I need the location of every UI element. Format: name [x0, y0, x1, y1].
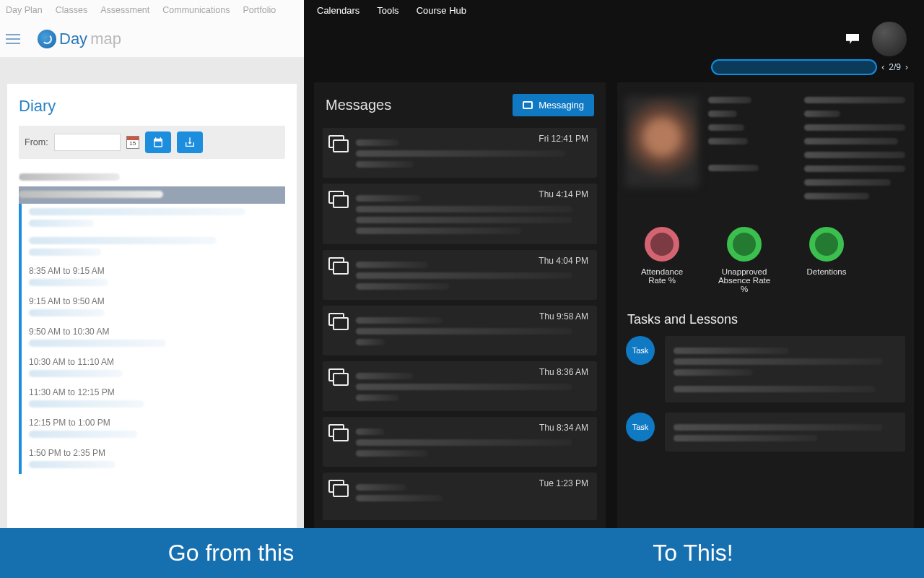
nav-assessment[interactable]: Assessment: [100, 5, 149, 15]
metric-absence: Unapproved Absence Rate %: [714, 227, 775, 293]
message-time: Thu 9:58 AM: [539, 311, 588, 322]
diary-toolbar: From: 15: [19, 126, 285, 159]
diary-slot[interactable]: 1:50 PM to 2:35 PM: [19, 444, 285, 474]
profile-info-col: [804, 97, 905, 199]
search-input[interactable]: [711, 59, 877, 75]
messaging-icon: [523, 101, 533, 109]
diary-slot[interactable]: 8:35 AM to 9:15 AM: [19, 262, 285, 292]
diary-item[interactable]: [19, 204, 285, 233]
chevron-left-icon[interactable]: ‹: [880, 62, 886, 72]
absence-ring-icon: [727, 227, 762, 262]
nav-communications[interactable]: Communications: [162, 5, 230, 15]
message-time: Tue 1:23 PM: [539, 478, 588, 488]
comparison-banner: Go from this To This!: [0, 528, 924, 578]
message-item[interactable]: Thu 4:04 PM: [323, 250, 597, 300]
profile-photo: [626, 97, 698, 186]
diary-slot[interactable]: 9:50 AM to 10:30 AM: [19, 322, 285, 353]
tasks-title: Tasks and Lessons: [627, 312, 905, 327]
message-time: Thu 8:34 AM: [539, 423, 588, 433]
logo-text: Day: [59, 30, 87, 48]
message-icon: [328, 368, 347, 384]
dark-theme-pane: Calendars Tools Course Hub ‹ 2/9 › Messa…: [304, 0, 924, 528]
chevron-right-icon[interactable]: ›: [904, 62, 910, 72]
nav-calendars[interactable]: Calendars: [317, 5, 359, 16]
left-top-nav: Day Plan Classes Assessment Communicatio…: [0, 0, 304, 20]
message-item[interactable]: Thu 8:34 AM: [323, 417, 597, 467]
attendance-ring-icon: [645, 227, 679, 262]
message-item[interactable]: Thu 4:14 PM: [323, 184, 597, 244]
messages-title: Messages: [326, 97, 391, 113]
logo-suffix: map: [90, 30, 121, 48]
from-label: From:: [25, 137, 48, 147]
message-item[interactable]: Fri 12:41 PM: [323, 128, 597, 178]
pager: ‹ 2/9 ›: [711, 59, 910, 75]
banner-left-text: Go from this: [0, 528, 462, 578]
message-time: Thu 4:14 PM: [539, 189, 588, 199]
diary-slot[interactable]: 9:15 AM to 9:50 AM: [19, 292, 285, 322]
nav-dayplan[interactable]: Day Plan: [6, 5, 43, 15]
message-item[interactable]: Thu 9:58 AM: [323, 306, 597, 355]
logo-icon: [38, 30, 56, 48]
nav-tools[interactable]: Tools: [377, 5, 398, 16]
profile-info-col: [708, 97, 794, 199]
message-icon: [328, 313, 347, 329]
message-time: Thu 4:04 PM: [539, 256, 588, 266]
detentions-ring-icon: [809, 227, 844, 262]
message-icon: [328, 424, 347, 440]
metric-detentions: Detentions: [796, 227, 857, 293]
message-item[interactable]: Thu 8:36 AM: [323, 361, 597, 411]
task-item[interactable]: Task: [626, 413, 905, 452]
message-icon: [328, 191, 347, 207]
banner-right-text: To This!: [462, 528, 924, 578]
diary-item-selected[interactable]: [19, 186, 285, 204]
message-icon: [328, 135, 347, 151]
diary-slot[interactable]: 10:30 AM to 11:10 AM: [19, 353, 285, 383]
diary-list: 8:35 AM to 9:15 AM 9:15 AM to 9:50 AM 9:…: [19, 169, 285, 528]
message-icon: [328, 480, 347, 496]
task-badge: Task: [626, 336, 655, 365]
diary-slot[interactable]: 12:15 PM to 1:00 PM: [19, 413, 285, 444]
profile-panel: Attendance Rate % Unapproved Absence Rat…: [617, 82, 914, 528]
nav-coursehub[interactable]: Course Hub: [417, 5, 466, 16]
metric-attendance: Attendance Rate %: [632, 227, 692, 293]
task-item[interactable]: Task: [626, 336, 905, 402]
diary-panel: Diary From: 15: [7, 84, 297, 528]
message-time: Thu 8:36 AM: [539, 367, 588, 377]
left-brand-bar: Daymap: [0, 20, 304, 58]
pager-count: 2/9: [889, 62, 901, 72]
message-list: Fri 12:41 PM Thu 4:14 PM: [323, 128, 597, 528]
daymap-logo: Daymap: [38, 30, 121, 48]
right-brand-bar: [304, 20, 924, 58]
light-theme-pane: Day Plan Classes Assessment Communicatio…: [0, 0, 304, 528]
nav-classes[interactable]: Classes: [56, 5, 87, 15]
diary-item[interactable]: [19, 233, 285, 262]
profile-header: [626, 91, 905, 199]
right-top-nav: Calendars Tools Course Hub: [304, 0, 924, 20]
diary-item[interactable]: [19, 169, 285, 186]
date-input[interactable]: [54, 134, 121, 151]
messages-panel: Messages Messaging Fri 12:41 PM: [314, 82, 606, 528]
export-button[interactable]: [177, 131, 203, 153]
message-icon: [328, 257, 347, 273]
menu-icon[interactable]: [6, 34, 20, 44]
calendar-icon[interactable]: 15: [126, 136, 139, 149]
diary-title: Diary: [19, 97, 285, 116]
task-badge: Task: [626, 413, 655, 441]
message-item[interactable]: Tue 1:23 PM: [323, 473, 597, 520]
diary-slot[interactable]: 11:30 AM to 12:15 PM: [19, 383, 285, 413]
message-time: Fri 12:41 PM: [539, 134, 588, 144]
chat-icon[interactable]: [846, 34, 859, 44]
nav-portfolio[interactable]: Portfolio: [243, 5, 276, 15]
metrics-row: Attendance Rate % Unapproved Absence Rat…: [626, 217, 905, 298]
open-calendar-button[interactable]: [145, 131, 171, 153]
avatar[interactable]: [872, 22, 907, 56]
messaging-button[interactable]: Messaging: [513, 94, 594, 116]
